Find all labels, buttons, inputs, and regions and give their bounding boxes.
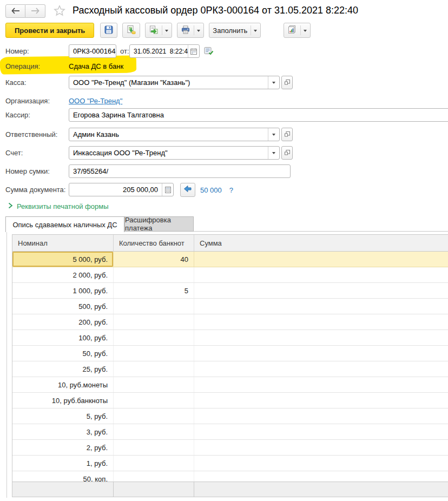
table-row[interactable]: 10, руб.монеты [12, 377, 448, 393]
save-button[interactable] [100, 23, 117, 38]
cell-count[interactable]: 5 [114, 283, 194, 298]
cell-nominal[interactable]: 1, руб. [12, 456, 114, 471]
cell-count[interactable] [114, 440, 194, 455]
cell-sum[interactable] [194, 314, 448, 329]
table-row[interactable]: 5, руб. [12, 408, 448, 424]
cell-nominal[interactable]: 2 000, руб. [12, 267, 114, 282]
organization-link[interactable]: ООО "Ре-Тренд" [69, 94, 122, 108]
column-header-nominal[interactable]: Номинал [12, 235, 114, 251]
cell-sum[interactable] [194, 377, 448, 392]
cell-count[interactable] [114, 299, 194, 314]
cell-nominal[interactable]: 2, руб. [12, 440, 114, 455]
table-row[interactable]: 1 000, руб.5 [12, 283, 448, 299]
tab-payment-details[interactable]: Расшифровка платежа [124, 216, 194, 232]
cell-sum[interactable] [194, 252, 448, 267]
cell-nominal[interactable]: 25, руб. [12, 361, 114, 377]
print-button[interactable] [177, 23, 204, 38]
copy-sum-button[interactable] [180, 183, 195, 197]
cell-nominal[interactable]: 100, руб. [12, 330, 114, 345]
dropdown-arrow-icon[interactable] [268, 128, 279, 141]
cell-sum[interactable] [194, 456, 448, 471]
cell-count[interactable] [114, 330, 194, 345]
cashbox-open-button[interactable] [281, 76, 293, 89]
cell-count[interactable] [114, 393, 194, 408]
table-row[interactable]: 50, руб. [12, 346, 448, 361]
responsible-input[interactable]: Админ Казань [69, 128, 280, 141]
table-row[interactable]: 3, руб. [12, 424, 448, 440]
cell-nominal[interactable]: 50, руб. [12, 346, 114, 361]
create-based-on-button[interactable] [145, 23, 172, 38]
account-open-button[interactable] [281, 146, 293, 160]
table-row[interactable]: 100, руб. [12, 330, 448, 346]
cell-sum[interactable] [194, 361, 448, 377]
cell-count[interactable] [114, 314, 194, 329]
cell-nominal[interactable]: 3, руб. [12, 424, 114, 439]
calculator-icon[interactable] [162, 183, 173, 196]
cell-nominal[interactable]: 10, руб.монеты [12, 377, 114, 392]
table-row[interactable]: 25, руб. [12, 361, 448, 377]
post-document-button[interactable] [122, 23, 140, 38]
sum-hint-value[interactable]: 50 000 [200, 186, 222, 194]
table-row[interactable]: 500, руб. [12, 299, 448, 314]
account-input[interactable]: Инкассация ООО "Ре-Тренд" [69, 146, 280, 160]
calendar-icon[interactable] [188, 45, 199, 57]
table-row[interactable]: 5 000, руб.40 [12, 252, 448, 267]
column-header-sum[interactable]: Сумма [194, 235, 448, 251]
cell-sum[interactable] [194, 283, 448, 298]
bag-number-input[interactable]: 37/955264/ [69, 164, 291, 178]
cell-sum[interactable] [194, 346, 448, 361]
cell-nominal[interactable]: 50, коп. [12, 471, 114, 482]
responsible-open-button[interactable] [281, 128, 293, 141]
column-header-count[interactable]: Количество банкнот [114, 235, 194, 251]
cell-count[interactable] [114, 408, 194, 424]
cell-nominal[interactable]: 200, руб. [12, 314, 114, 329]
responsible-value: Админ Казань [69, 128, 268, 141]
doc-sum-input[interactable]: 205 000,00 [69, 183, 174, 196]
dropdown-arrow-icon[interactable] [268, 76, 279, 89]
table-row[interactable]: 1, руб. [12, 456, 448, 471]
cell-count[interactable]: 40 [114, 252, 194, 267]
number-input[interactable]: 0РК3-000164 [69, 44, 116, 58]
cell-sum[interactable] [194, 471, 448, 482]
post-and-close-button[interactable]: Провести и закрыть [5, 23, 94, 38]
fill-button[interactable]: Заполнить [209, 23, 261, 38]
cell-nominal[interactable]: 5 000, руб. [12, 252, 114, 267]
table-row[interactable]: 2, руб. [12, 440, 448, 456]
cell-sum[interactable] [194, 440, 448, 455]
cell-count[interactable] [114, 267, 194, 282]
cell-count[interactable] [114, 346, 194, 361]
back-button[interactable] [5, 4, 25, 18]
cell-count[interactable] [114, 377, 194, 392]
table-row[interactable]: 2 000, руб. [12, 267, 448, 283]
cell-sum[interactable] [194, 267, 448, 282]
cell-nominal[interactable]: 500, руб. [12, 299, 114, 314]
cell-count[interactable] [114, 471, 194, 482]
favorite-star-icon[interactable] [52, 3, 67, 18]
cashier-input[interactable]: Егорова Зарина Талгатовна [69, 108, 448, 122]
cell-sum[interactable] [194, 393, 448, 408]
table-row[interactable]: 200, руб. [12, 314, 448, 330]
date-input[interactable]: 31.05.2021 8:22:40 [129, 44, 200, 58]
cell-nominal[interactable]: 1 000, руб. [12, 283, 114, 298]
cell-count[interactable] [114, 361, 194, 377]
cell-sum[interactable] [194, 330, 448, 345]
dropdown-arrow-icon[interactable] [268, 147, 279, 159]
cell-sum[interactable] [194, 299, 448, 314]
table-row[interactable]: 10, руб.банкноты [12, 393, 448, 408]
cell-count[interactable] [114, 456, 194, 471]
forward-button[interactable] [25, 4, 45, 18]
reports-button[interactable] [284, 23, 311, 38]
print-form-details-link[interactable]: Реквизиты печатной формы [8, 202, 109, 210]
cell-count[interactable] [114, 424, 194, 439]
table-row[interactable]: 50, коп. [12, 471, 448, 482]
set-current-date-button[interactable] [202, 47, 214, 57]
cell-sum[interactable] [194, 408, 448, 424]
post-and-close-label: Провести и закрыть [15, 27, 85, 35]
cell-nominal[interactable]: 5, руб. [12, 408, 114, 424]
tab-cash-inventory[interactable]: Опись сдаваемых наличных ДС [5, 216, 124, 232]
cell-nominal[interactable]: 10, руб.банкноты [12, 393, 114, 408]
help-question-icon[interactable]: ? [229, 186, 233, 194]
cashbox-input[interactable]: ООО "Ре-Тренд" (Магазин "Казань") [69, 76, 280, 89]
button-split [194, 25, 194, 35]
cell-sum[interactable] [194, 424, 448, 439]
